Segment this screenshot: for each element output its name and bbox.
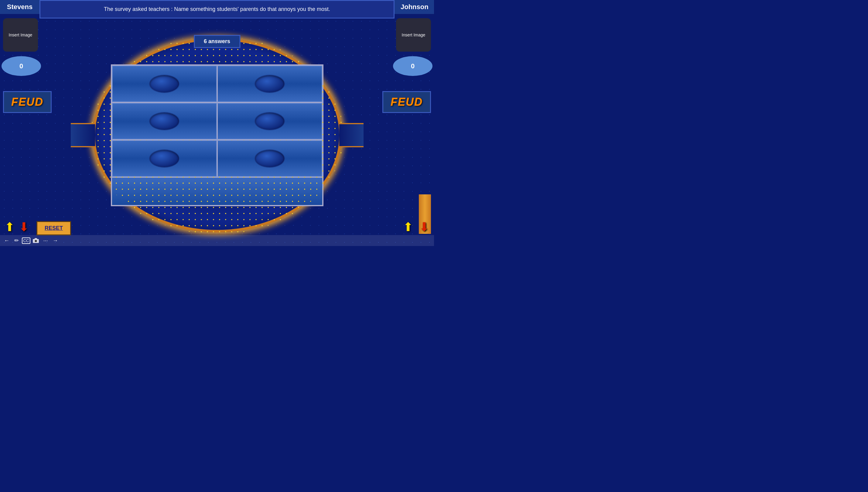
cell-oval-3 bbox=[149, 112, 179, 130]
forward-icon[interactable]: → bbox=[52, 237, 59, 244]
svg-marker-1 bbox=[34, 238, 38, 239]
answer-row-1 bbox=[112, 66, 322, 103]
feud-right-text: FEUD bbox=[391, 96, 423, 108]
arrow-up-left[interactable]: ⬆ bbox=[4, 220, 15, 234]
svg-point-2 bbox=[35, 240, 37, 242]
camera-icon[interactable] bbox=[32, 237, 40, 244]
wing-right bbox=[339, 123, 364, 147]
question-bar: The survey asked teachers : Name somethi… bbox=[40, 0, 395, 19]
answer-cell-5[interactable] bbox=[112, 140, 217, 177]
score-right-value: 0 bbox=[411, 62, 415, 70]
answer-cell-2[interactable] bbox=[217, 66, 322, 102]
answer-row-empty bbox=[112, 178, 322, 205]
reset-label: RESET bbox=[45, 225, 63, 231]
answer-grid bbox=[111, 65, 323, 206]
game-board-container: 6 answers bbox=[43, 36, 392, 234]
answer-row-2 bbox=[112, 103, 322, 140]
insert-image-right[interactable]: Insert Image bbox=[396, 18, 431, 52]
cell-oval-1 bbox=[149, 75, 179, 93]
back-icon[interactable]: ← bbox=[3, 237, 10, 244]
cell-oval-2 bbox=[254, 75, 285, 93]
wing-left bbox=[71, 123, 95, 147]
answers-badge: 6 answers bbox=[194, 35, 240, 48]
score-oval-left: 0 bbox=[1, 56, 41, 76]
answer-cell-3[interactable] bbox=[112, 103, 217, 140]
answer-cell-6[interactable] bbox=[217, 140, 322, 177]
answer-row-3 bbox=[112, 140, 322, 178]
insert-image-right-label: Insert Image bbox=[402, 32, 425, 38]
cell-oval-5 bbox=[149, 149, 179, 168]
ring-outer: 6 answers bbox=[93, 38, 342, 232]
reset-button[interactable]: RESET bbox=[36, 221, 71, 236]
team-right-label: Johnson bbox=[401, 3, 428, 10]
insert-image-left-label: Insert Image bbox=[9, 32, 32, 38]
team-left-label: Stevens bbox=[7, 3, 32, 10]
team-name-left: Stevens bbox=[0, 0, 40, 14]
arrow-up-right[interactable]: ⬆ bbox=[403, 220, 413, 234]
edit-icon[interactable]: ✏ bbox=[13, 237, 20, 244]
answer-cell-1[interactable] bbox=[112, 66, 217, 102]
cell-oval-4 bbox=[254, 112, 285, 130]
answers-count-text: 6 answers bbox=[204, 38, 230, 44]
team-name-right: Johnson bbox=[395, 0, 434, 14]
arrow-down-left[interactable]: ⬇ bbox=[19, 220, 29, 234]
arrow-down-right[interactable]: ⬇ bbox=[419, 220, 429, 234]
score-oval-right: 0 bbox=[393, 56, 432, 76]
feud-label-right: FEUD bbox=[382, 91, 431, 113]
answer-cell-4[interactable] bbox=[217, 103, 322, 140]
insert-image-left[interactable]: Insert Image bbox=[3, 18, 38, 52]
more-icon[interactable]: ··· bbox=[42, 237, 49, 244]
feud-left-text: FEUD bbox=[11, 96, 44, 108]
cell-oval-6 bbox=[254, 149, 285, 168]
cc-icon[interactable]: CC bbox=[23, 237, 30, 244]
question-text: The survey asked teachers : Name somethi… bbox=[104, 6, 330, 12]
score-left-value: 0 bbox=[20, 62, 23, 70]
feud-label-left: FEUD bbox=[3, 91, 52, 113]
bottom-toolbar: ← ✏ CC ··· → bbox=[0, 235, 434, 246]
